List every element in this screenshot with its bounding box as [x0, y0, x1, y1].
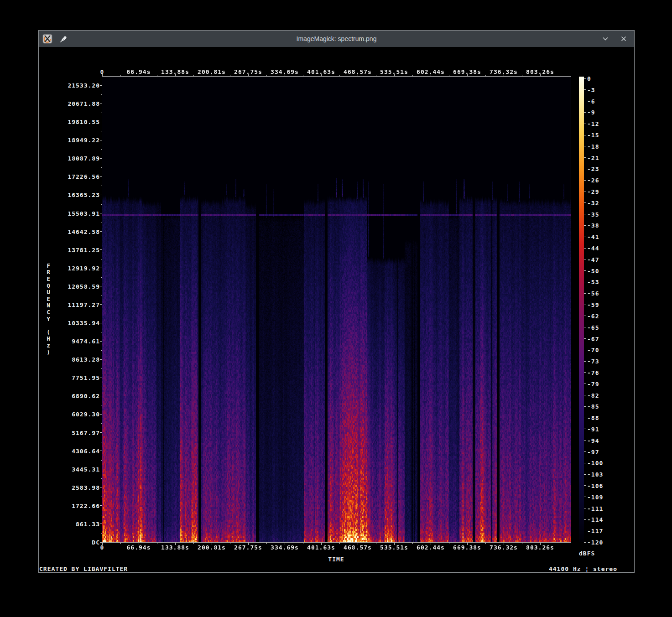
spectrogram-canvas — [102, 77, 571, 542]
freq-minor-tick-mark — [101, 167, 102, 168]
legend-tick-label: -26 — [587, 177, 599, 184]
time-tick-mark-bottom — [504, 543, 504, 545]
freq-tick-label: 19810.55 — [51, 119, 100, 125]
freq-tick-mark — [100, 469, 102, 469]
freq-minor-tick-mark — [101, 460, 102, 461]
freq-tick-mark — [100, 432, 102, 433]
legend-tick-mark — [584, 327, 586, 327]
freq-tick-label: 861.33 — [51, 520, 100, 527]
legend-tick-mark — [584, 192, 586, 192]
freq-tick-mark — [100, 158, 102, 159]
legend-tick-mark — [584, 429, 586, 429]
time-tick-mark-bottom — [358, 543, 358, 545]
legend-tick-mark — [584, 350, 586, 350]
legend-tick-mark — [584, 406, 586, 407]
time-minor-tick-top — [230, 75, 230, 76]
legend-tick-mark — [584, 101, 586, 101]
legend-tick-label: -114 — [587, 516, 603, 523]
freq-tick-mark — [100, 195, 102, 195]
freq-tick-label: 16365.23 — [51, 192, 100, 198]
freq-tick-label: 17226.56 — [51, 173, 100, 180]
time-minor-tick-top — [485, 75, 486, 76]
legend-tick-label: -6 — [587, 98, 595, 104]
legend-tick-mark — [584, 542, 586, 543]
freq-tick-mark — [100, 396, 102, 396]
freq-tick-label: 5167.97 — [51, 429, 100, 436]
time-tick-mark-top — [504, 74, 504, 76]
freq-tick-label: 13781.25 — [51, 246, 100, 253]
legend-tick-label: -50 — [587, 267, 599, 274]
freq-tick-mark — [100, 414, 102, 415]
time-tick-mark-top — [358, 74, 358, 76]
time-tick-mark-bottom — [540, 543, 541, 545]
legend-tick-label: -12 — [587, 120, 599, 127]
legend-tick-label: -79 — [587, 380, 599, 387]
freq-tick-mark — [100, 140, 102, 140]
imagemagick-window: ImageMagick: spectrum.png FREQUENCY (Hz) — [38, 30, 635, 573]
legend-tick-label: -32 — [587, 199, 599, 206]
freq-tick-mark — [100, 341, 102, 342]
time-tick-mark-bottom — [321, 543, 322, 545]
freq-minor-tick-mark — [101, 113, 102, 113]
legend-tick-mark — [584, 202, 586, 203]
time-minor-tick-bottom — [266, 543, 267, 544]
time-minor-tick-top — [303, 75, 303, 76]
legend-tick-mark — [584, 316, 586, 316]
imagemagick-app-icon[interactable] — [42, 34, 52, 44]
legend-tick-label: -18 — [587, 143, 599, 150]
legend-tick-label: -100 — [587, 460, 603, 467]
freq-tick-label: 4306.64 — [51, 447, 100, 454]
freq-axis-title-char: U — [42, 289, 54, 296]
close-button[interactable] — [620, 35, 628, 43]
freq-tick-mark — [100, 85, 102, 86]
legend-tick-mark — [584, 451, 586, 452]
legend-tick-label: -62 — [587, 312, 599, 319]
freq-tick-label: 20671.88 — [51, 100, 100, 107]
footer-created-by: CREATED BY LIBAVFILTER — [39, 565, 128, 572]
legend-tick-label: -59 — [587, 301, 599, 308]
time-minor-tick-top — [193, 75, 194, 76]
freq-minor-tick-mark — [101, 223, 102, 223]
freq-minor-tick-mark — [101, 241, 102, 241]
legend-tick-label: -76 — [587, 369, 599, 376]
freq-tick-mark — [100, 104, 102, 104]
freq-tick-label: 10335.94 — [51, 320, 100, 327]
freq-tick-label: 12919.92 — [51, 264, 100, 271]
legend-tick-label: -103 — [587, 471, 603, 478]
freq-tick-mark — [100, 505, 102, 506]
time-minor-tick-bottom — [376, 543, 376, 544]
legend-tick-label: -44 — [587, 245, 599, 252]
legend-tick-mark — [584, 78, 586, 79]
legend-tick-label: -56 — [587, 290, 599, 297]
legend-tick-mark — [584, 508, 586, 508]
legend-unit-label: dBFS — [579, 550, 595, 557]
freq-minor-tick-mark — [101, 296, 102, 296]
pin-icon[interactable] — [60, 35, 68, 43]
legend-tick-mark — [584, 248, 586, 249]
time-tick-mark-top — [139, 74, 139, 76]
freq-tick-mark — [100, 323, 102, 323]
freq-tick-label: 12058.59 — [51, 283, 100, 290]
legend-tick-label: -53 — [587, 279, 599, 285]
legend-tick-mark — [584, 180, 586, 181]
freq-tick-mark — [100, 304, 102, 305]
time-tick-mark-bottom — [431, 543, 431, 545]
legend-tick-label: -97 — [587, 448, 599, 455]
legend-tick-mark — [584, 237, 586, 237]
freq-minor-tick-mark — [101, 442, 102, 442]
legend-tick-label: -70 — [587, 347, 599, 353]
freq-axis-title-char: ( — [42, 329, 54, 336]
time-tick-mark-bottom — [467, 543, 468, 545]
shade-button[interactable] — [601, 35, 609, 43]
freq-tick-label: 21533.20 — [51, 82, 100, 89]
legend-tick-label: -15 — [587, 132, 599, 139]
legend-tick-mark — [584, 395, 586, 395]
freq-axis-title-char: ) — [42, 349, 54, 356]
time-minor-tick-bottom — [193, 543, 194, 544]
legend-tick-label: -29 — [587, 188, 599, 195]
freq-axis-title-char: E — [42, 276, 54, 283]
legend-tick-mark — [584, 259, 586, 259]
time-tick-mark-top — [431, 74, 431, 76]
legend-tick-mark — [584, 124, 586, 124]
freq-tick-label: DC — [51, 539, 100, 546]
